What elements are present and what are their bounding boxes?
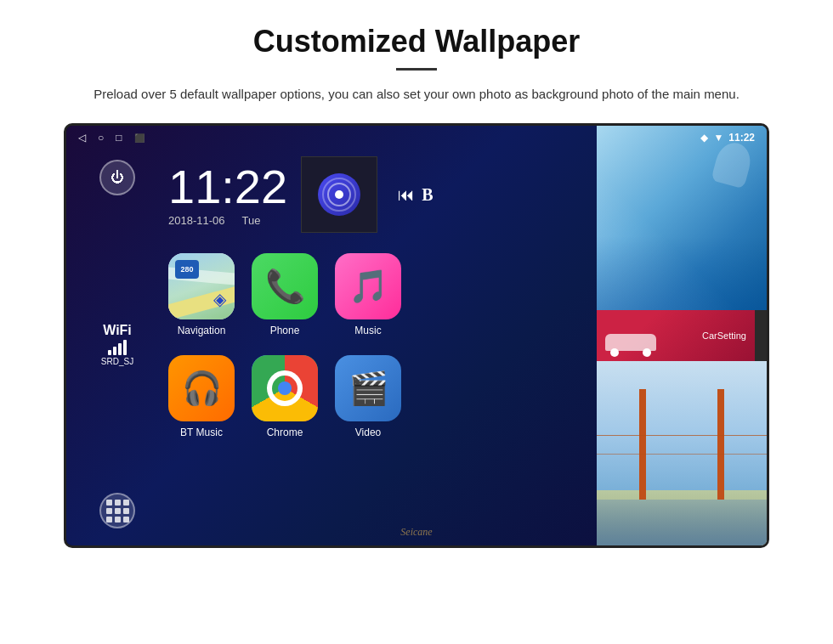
phone-symbol: 📞 — [265, 268, 305, 305]
wallpaper-ice — [597, 126, 767, 310]
wallpaper-bridge — [597, 361, 767, 545]
bridge-cable-main — [597, 435, 767, 436]
car-setting-text: CarSetting — [702, 330, 746, 341]
page-description: Preload over 5 default wallpaper options… — [94, 84, 740, 105]
music-app[interactable]: 🎵 Music — [335, 253, 401, 336]
power-icon: ⏻ — [110, 170, 124, 185]
dot-3 — [123, 500, 129, 506]
watermark: Seicane — [400, 526, 432, 539]
chrome-ring — [267, 370, 303, 406]
video-label: Video — [355, 427, 381, 438]
btmusic-app[interactable]: 🎧 BT Music — [168, 355, 235, 438]
bt-icon: 🎧 — [168, 355, 235, 421]
media-controls: ⏮ B — [398, 185, 433, 205]
track-b-label: B — [422, 185, 433, 205]
video-icon: 🎬 — [335, 355, 401, 421]
power-button[interactable]: ⏻ — [99, 160, 135, 195]
phone-app[interactable]: 📞 Phone — [252, 253, 318, 336]
screenshot-icon: ⬛ — [134, 133, 144, 143]
status-left: ◁ ○ □ ⬛ — [78, 132, 144, 144]
car-silhouette — [605, 334, 656, 351]
dot-1 — [106, 500, 112, 506]
media-widget — [301, 156, 377, 233]
home-icon: ○ — [98, 132, 104, 144]
chrome-app[interactable]: Chrome — [252, 355, 318, 438]
prev-track-icon[interactable]: ⏮ — [398, 185, 415, 205]
navigation-app[interactable]: 280 ◈ Navigation — [168, 253, 235, 336]
wifi-signal-icon: ▼ — [713, 132, 723, 144]
music-label: Music — [354, 325, 381, 336]
bridge-cable-2 — [597, 454, 767, 455]
clock-time: 11:22 — [168, 163, 287, 211]
video-symbol: 🎬 — [348, 370, 388, 407]
page-title: Customized Wallpaper — [253, 24, 581, 59]
android-screen: ◁ ○ □ ⬛ ◆ ▼ 11:22 ⏻ WiFi — [66, 126, 767, 545]
media-icon — [318, 173, 360, 216]
apps-grid-icon — [106, 500, 129, 523]
video-app[interactable]: 🎬 Video — [335, 355, 401, 438]
wifi-bar-4 — [123, 340, 127, 355]
bridge-tower-right — [717, 389, 724, 500]
wallpaper-previews: CarSetting — [597, 126, 767, 545]
chrome-icon — [252, 355, 318, 421]
clock-date-value: 2018-11-06 — [168, 214, 225, 227]
left-sidebar: ⏻ WiFi SRD_SJ — [66, 126, 168, 545]
btmusic-label: BT Music — [180, 427, 223, 438]
dot-7 — [106, 517, 112, 523]
back-icon: ◁ — [78, 132, 86, 144]
chrome-inner-ring — [272, 376, 298, 401]
wifi-bar-2 — [113, 347, 116, 355]
dot-4 — [106, 508, 112, 514]
clock-day: Tue — [242, 214, 261, 227]
dot-9 — [123, 517, 129, 523]
recents-icon: □ — [116, 132, 122, 144]
navigation-label: Navigation — [178, 325, 226, 336]
bt-symbol: 🎧 — [182, 370, 222, 407]
status-bar: ◁ ○ □ ⬛ ◆ ▼ 11:22 — [66, 126, 767, 150]
wifi-bar-1 — [108, 350, 111, 355]
chrome-label: Chrome — [267, 427, 303, 438]
title-divider — [396, 68, 437, 71]
dot-5 — [115, 508, 121, 514]
status-time: 11:22 — [728, 132, 755, 144]
dot-8 — [115, 517, 121, 523]
navigation-icon: 280 ◈ — [168, 253, 235, 319]
wifi-bars — [108, 340, 127, 355]
nav-pin-icon: ◈ — [213, 289, 226, 309]
page-container: Customized Wallpaper Preload over 5 defa… — [0, 0, 833, 644]
wifi-bar-3 — [118, 343, 122, 355]
apps-button[interactable] — [99, 493, 135, 528]
music-icon: 🎵 — [335, 253, 401, 319]
bridge-tower-left — [639, 389, 646, 500]
dot-2 — [115, 500, 121, 506]
phone-icon: 📞 — [252, 253, 318, 319]
wifi-ssid: SRD_SJ — [101, 357, 133, 366]
wifi-label: WiFi — [103, 323, 132, 338]
phone-label: Phone — [270, 325, 300, 336]
car-setting-preview: CarSetting — [597, 310, 755, 361]
clock-widget: 11:22 2018-11-06 Tue — [168, 163, 287, 227]
clock-date: 2018-11-06 Tue — [168, 214, 287, 227]
wallpaper-car: CarSetting — [597, 310, 767, 361]
music-symbol: 🎵 — [348, 268, 388, 305]
ice-gradient — [597, 236, 767, 310]
dot-6 — [123, 508, 129, 514]
device-screen: ◁ ○ □ ⬛ ◆ ▼ 11:22 ⏻ WiFi — [64, 123, 769, 548]
bridge-water — [597, 500, 767, 545]
location-icon: ◆ — [700, 132, 708, 144]
nav-badge-number: 280 — [180, 266, 193, 274]
nav-badge: 280 — [175, 260, 199, 279]
status-right: ◆ ▼ 11:22 — [700, 132, 755, 144]
chrome-center — [278, 381, 292, 395]
wifi-widget: WiFi SRD_SJ — [101, 323, 133, 366]
